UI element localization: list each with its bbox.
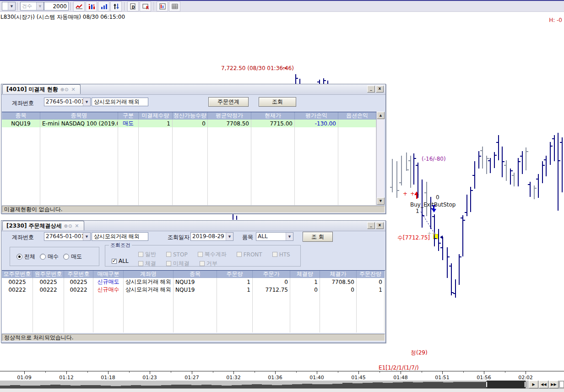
table-cell bbox=[174, 309, 217, 317]
table-row[interactable]: 002220022200222신규매수상시모의거래 해외NQU1917712.7… bbox=[2, 286, 385, 294]
column-header[interactable]: 평가손익 bbox=[295, 112, 338, 120]
column-header[interactable]: 구분 bbox=[118, 112, 139, 120]
filter-checkbox[interactable]: STOP bbox=[166, 250, 188, 258]
filter-checkbox[interactable]: 미체결 bbox=[166, 260, 190, 267]
table-cell: NQU19 bbox=[2, 120, 40, 127]
all-checkbox[interactable]: ALL bbox=[112, 258, 129, 264]
range-right-handle[interactable] bbox=[524, 381, 526, 387]
column-header[interactable]: 체결가 bbox=[320, 271, 357, 278]
pin-icons[interactable]: ⊕⊙ bbox=[64, 223, 73, 229]
axis-tick bbox=[150, 371, 150, 374]
table-cell bbox=[40, 182, 118, 190]
order-link-button[interactable]: 주문연계 bbox=[208, 97, 249, 107]
tab-close-icon[interactable]: ✕ bbox=[71, 87, 76, 93]
column-header[interactable]: 주문량 bbox=[217, 271, 253, 278]
table-row[interactable]: NQU19E-mini NASDAQ 100 (2019.0매도107708.5… bbox=[2, 120, 376, 127]
column-header[interactable]: 주문잔량 bbox=[357, 271, 385, 278]
column-header[interactable]: 원주문번호 bbox=[33, 271, 64, 278]
axis-tick bbox=[66, 371, 67, 374]
column-header[interactable]: 종목 bbox=[174, 271, 217, 278]
chevron-down-icon[interactable]: ▼ bbox=[226, 233, 233, 240]
column-header[interactable]: 주문번호 bbox=[64, 271, 93, 278]
table-cell bbox=[217, 309, 253, 317]
close-button[interactable]: x bbox=[376, 222, 384, 229]
chart-annotation: 수[7712.75] bbox=[397, 234, 430, 242]
column-header[interactable]: 종목명 bbox=[40, 112, 118, 120]
chart-minimap-scrollbar[interactable]: ▶ ◀◀ ▶▶ bbox=[0, 381, 564, 388]
vertical-scrollbar[interactable]: ▲ ▼ bbox=[376, 112, 384, 205]
inquiry-date-combo[interactable]: 2019-08-29 ▼ bbox=[190, 232, 233, 241]
side-radio-2[interactable]: 매도 bbox=[63, 253, 82, 261]
column-header[interactable]: 주문가 bbox=[253, 271, 290, 278]
account-number-combo[interactable]: 27645-01-001 ▼ bbox=[44, 98, 91, 106]
table-cell bbox=[253, 294, 290, 301]
column-header[interactable]: 평균약정가 bbox=[208, 112, 251, 120]
account-name-field[interactable]: 상시모의거래 해외 bbox=[92, 98, 148, 106]
column-header[interactable]: 청산가능수량 bbox=[173, 112, 208, 120]
scroll-up-icon[interactable]: ▲ bbox=[377, 112, 385, 119]
table-cell bbox=[118, 143, 139, 151]
pin-icons[interactable]: ⊕⊙ bbox=[60, 87, 69, 92]
close-tick bbox=[471, 190, 473, 191]
filter-checkbox[interactable]: 복수계좌 bbox=[198, 250, 227, 258]
table-cell bbox=[253, 301, 290, 309]
range-left-handle[interactable] bbox=[486, 381, 488, 387]
inquiry-button[interactable]: 조 회 bbox=[303, 232, 333, 242]
filter-checkbox[interactable]: 거부 bbox=[200, 260, 217, 267]
filter-checkbox[interactable]: 일반 bbox=[138, 250, 156, 258]
tab-close-icon[interactable]: ✕ bbox=[75, 223, 79, 229]
fast-forward-icon[interactable]: ▶▶ bbox=[549, 381, 559, 388]
product-combo[interactable]: ALL ▼ bbox=[256, 232, 293, 241]
filter-checkbox[interactable]: 체결 bbox=[138, 260, 156, 267]
chevron-down-icon[interactable]: ▼ bbox=[83, 233, 90, 240]
window-2330-title-tab[interactable]: [2330] 주문체결상세 ⊕⊙ ✕ bbox=[2, 221, 84, 230]
column-header[interactable]: 미결제수량 bbox=[139, 112, 173, 120]
table-cell bbox=[320, 309, 357, 317]
chevron-down-icon[interactable]: ▼ bbox=[83, 98, 90, 106]
scroll-down-icon[interactable]: ▼ bbox=[377, 197, 385, 205]
table-cell bbox=[40, 197, 118, 205]
scroll-right-icon[interactable]: ▶ bbox=[529, 381, 538, 388]
close-button[interactable]: x bbox=[376, 86, 384, 93]
column-header[interactable]: 매매구분 bbox=[93, 271, 124, 278]
chevron-down-icon[interactable]: ▼ bbox=[286, 233, 293, 240]
window-4010-titlebar[interactable]: [4010] 미결제 현황 ⊕⊙ ✕ _ x bbox=[1, 84, 385, 95]
table-cell bbox=[357, 301, 385, 309]
column-header[interactable]: 모주문번호 bbox=[2, 271, 33, 278]
table-cell: 00222 bbox=[2, 286, 33, 294]
window-4010-title: [4010] 미결제 현황 bbox=[6, 86, 58, 93]
minimap-bar bbox=[443, 382, 453, 388]
open-tick bbox=[390, 187, 392, 188]
column-header[interactable]: 옵션손익 bbox=[338, 112, 376, 120]
chart-annotation: E1[1/2/1/(1/7/) bbox=[379, 365, 419, 371]
account-name-field[interactable]: 상시모의거래 해외 bbox=[92, 232, 148, 241]
close-tick bbox=[407, 169, 409, 170]
inquiry-button[interactable]: 조회 bbox=[259, 97, 296, 107]
table-cell bbox=[2, 301, 33, 309]
table-row[interactable]: 002250022500225신규매도상시모의거래 해외NQU191017708… bbox=[2, 278, 385, 286]
minimize-button[interactable]: _ bbox=[367, 222, 375, 229]
column-header[interactable]: 계좌명 bbox=[124, 271, 174, 278]
chart-annotation: 1 bbox=[416, 208, 419, 214]
table-empty-row bbox=[2, 143, 376, 151]
minimap-selected-range[interactable] bbox=[487, 381, 526, 388]
table-cell bbox=[124, 309, 174, 317]
column-header[interactable]: 종목 bbox=[2, 112, 40, 120]
side-radio-0[interactable]: 전체 bbox=[16, 253, 35, 261]
column-header[interactable]: 현재가 bbox=[251, 112, 295, 120]
window-4010-title-tab[interactable]: [4010] 미결제 현황 ⊕⊙ ✕ bbox=[2, 84, 81, 94]
table-cell bbox=[357, 325, 385, 332]
table-cell: 매도 bbox=[118, 120, 139, 127]
window-2330-titlebar[interactable]: [2330] 주문체결상세 ⊕⊙ ✕ _ x bbox=[1, 221, 385, 231]
table-cell bbox=[2, 151, 40, 158]
minimize-button[interactable]: _ bbox=[367, 86, 375, 93]
fast-rewind-icon[interactable]: ◀◀ bbox=[539, 381, 548, 388]
account-number-combo[interactable]: 27645-01-001 ▼ bbox=[44, 232, 91, 241]
table-cell bbox=[33, 317, 64, 325]
filter-checkbox[interactable]: FRONT bbox=[237, 250, 262, 258]
close-tick bbox=[535, 188, 537, 189]
table-cell: 상시모의거래 해외 bbox=[124, 286, 174, 294]
column-header[interactable]: 체결량 bbox=[290, 271, 320, 278]
side-radio-1[interactable]: 매수 bbox=[40, 253, 59, 261]
filter-checkbox[interactable]: HTS bbox=[272, 250, 290, 258]
